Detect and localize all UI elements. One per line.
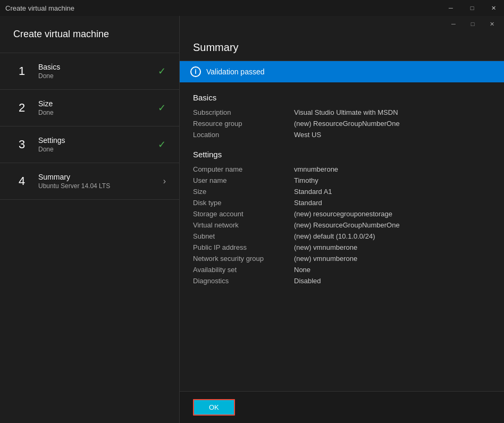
ok-button[interactable]: OK — [193, 399, 235, 416]
step-4-arrow-icon: › — [163, 176, 166, 186]
step-2-check-icon: ✓ — [158, 102, 166, 114]
settings-row-disk-type: Disk type Standard — [193, 199, 491, 207]
settings-label-storage-account: Storage account — [193, 210, 294, 218]
basics-section-title: Basics — [193, 93, 491, 102]
step-1-status: Done — [38, 72, 158, 80]
create-vm-title: Create virtual machine — [13, 29, 109, 40]
step-1-check-icon: ✓ — [158, 65, 166, 77]
step-1[interactable]: 1 Basics Done ✓ — [0, 53, 179, 90]
step-2-name: Size — [38, 99, 158, 108]
basics-row-location: Location West US — [193, 131, 491, 139]
validation-icon-text: i — [195, 68, 196, 75]
right-title-bar: ─ □ ✕ — [180, 16, 504, 32]
settings-value-storage-account: (new) resourcegrouponestorage — [294, 210, 392, 218]
settings-value-subnet: (new) default (10.1.0.0/24) — [294, 232, 375, 240]
summary-header: Summary — [180, 32, 504, 61]
settings-value-public-ip: (new) vmnumberone — [294, 243, 357, 251]
settings-label-public-ip: Public IP address — [193, 243, 294, 251]
right-minimize-btn[interactable]: ─ — [444, 16, 463, 31]
basics-label-location: Location — [193, 131, 294, 139]
step-1-name: Basics — [38, 63, 158, 71]
step-2[interactable]: 2 Size Done ✓ — [0, 90, 179, 126]
settings-value-diagnostics: Disabled — [294, 277, 321, 285]
step-2-text: Size Done — [38, 99, 158, 116]
left-maximize-btn[interactable]: □ — [461, 0, 483, 16]
main-container: Create virtual machine 1 Basics Done ✓ 2… — [0, 16, 504, 423]
basics-value-resource-group: (new) ResourceGroupNumberOne — [294, 120, 400, 128]
settings-label-diagnostics: Diagnostics — [193, 277, 294, 285]
settings-row-nsg: Network security group (new) vmnumberone — [193, 255, 491, 263]
settings-row-public-ip: Public IP address (new) vmnumberone — [193, 243, 491, 251]
settings-label-subnet: Subnet — [193, 232, 294, 240]
settings-value-disk-type: Standard — [294, 199, 322, 207]
settings-label-size: Size — [193, 188, 294, 196]
step-4-name: Summary — [38, 173, 163, 181]
basics-value-location: West US — [294, 131, 321, 139]
settings-row-diagnostics: Diagnostics Disabled — [193, 277, 491, 285]
step-1-number: 1 — [13, 63, 30, 80]
settings-value-computer-name: vmnumberone — [294, 165, 338, 173]
settings-row-availability-set: Availability set None — [193, 266, 491, 274]
step-3-status: Done — [38, 146, 158, 153]
basics-label-resource-group: Resource group — [193, 120, 294, 128]
left-panel-title: Create virtual machine — [0, 16, 179, 53]
left-minimize-btn[interactable]: ─ — [440, 0, 461, 16]
settings-row-storage-account: Storage account (new) resourcegrouponest… — [193, 210, 491, 218]
step-3[interactable]: 3 Settings Done ✓ — [0, 126, 179, 163]
settings-label-nsg: Network security group — [193, 255, 294, 263]
section-divider — [193, 142, 491, 150]
left-title-bar-text: Create virtual machine — [5, 4, 74, 12]
settings-label-computer-name: Computer name — [193, 165, 294, 173]
settings-label-disk-type: Disk type — [193, 199, 294, 207]
settings-row-subnet: Subnet (new) default (10.1.0.0/24) — [193, 232, 491, 240]
validation-message: Validation passed — [206, 67, 264, 76]
summary-content: Basics Subscription Visual Studio Ultima… — [180, 82, 504, 391]
step-3-number: 3 — [13, 136, 30, 153]
step-2-number: 2 — [13, 99, 30, 116]
step-1-text: Basics Done — [38, 63, 158, 80]
settings-value-size: Standard A1 — [294, 188, 332, 196]
settings-value-availability-set: None — [294, 266, 310, 274]
step-3-name: Settings — [38, 136, 158, 145]
left-close-btn[interactable]: ✕ — [483, 0, 504, 16]
basics-row-resource-group: Resource group (new) ResourceGroupNumber… — [193, 120, 491, 128]
right-maximize-btn[interactable]: □ — [463, 16, 482, 31]
settings-label-virtual-network: Virtual network — [193, 221, 294, 229]
settings-value-user-name: Timothy — [294, 176, 318, 184]
step-4-number: 4 — [13, 173, 30, 190]
basics-value-subscription: Visual Studio Ultimate with MSDN — [294, 108, 398, 116]
validation-banner: i Validation passed — [180, 61, 504, 82]
settings-value-virtual-network: (new) ResourceGroupNumberOne — [294, 221, 400, 229]
settings-row-computer-name: Computer name vmnumberone — [193, 165, 491, 173]
right-close-btn[interactable]: ✕ — [482, 16, 501, 31]
step-4-status: Ubuntu Server 14.04 LTS — [38, 182, 163, 190]
left-window-controls: ─ □ ✕ — [440, 0, 504, 16]
step-4[interactable]: 4 Summary Ubuntu Server 14.04 LTS › — [0, 163, 179, 200]
settings-section-title: Settings — [193, 150, 491, 159]
settings-row-size: Size Standard A1 — [193, 188, 491, 196]
summary-title: Summary — [193, 41, 239, 54]
settings-row-user-name: User name Timothy — [193, 176, 491, 184]
steps-container: 1 Basics Done ✓ 2 Size Done ✓ 3 — [0, 53, 179, 200]
step-2-status: Done — [38, 109, 158, 116]
settings-value-nsg: (new) vmnumberone — [294, 255, 357, 263]
settings-label-user-name: User name — [193, 176, 294, 184]
right-footer: OK — [180, 391, 504, 423]
left-title-bar: Create virtual machine ─ □ ✕ — [0, 0, 504, 16]
settings-row-virtual-network: Virtual network (new) ResourceGroupNumbe… — [193, 221, 491, 229]
right-panel: ─ □ ✕ Summary i Validation passed Basics… — [180, 16, 504, 423]
validation-icon: i — [190, 66, 201, 77]
basics-row-subscription: Subscription Visual Studio Ultimate with… — [193, 108, 491, 116]
step-3-text: Settings Done — [38, 136, 158, 153]
step-4-text: Summary Ubuntu Server 14.04 LTS — [38, 173, 163, 190]
basics-label-subscription: Subscription — [193, 108, 294, 116]
settings-label-availability-set: Availability set — [193, 266, 294, 274]
step-3-check-icon: ✓ — [158, 139, 166, 150]
left-panel: Create virtual machine 1 Basics Done ✓ 2… — [0, 16, 180, 423]
